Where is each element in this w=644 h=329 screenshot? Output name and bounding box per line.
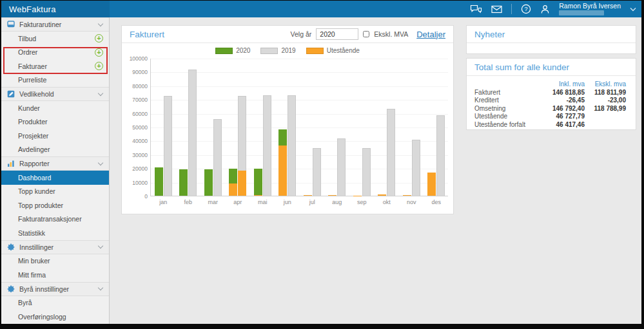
document-icon: [7, 21, 15, 28]
user-icon[interactable]: [540, 5, 550, 14]
bar-utestaende-2020: [278, 146, 287, 196]
sidebar-item-tilbud[interactable]: Tilbud+: [1, 32, 109, 46]
legend-item: 2020: [215, 47, 250, 54]
sidebar-section-rapporter[interactable]: Rapporter: [1, 156, 109, 171]
sidebar-section-fakturarutiner[interactable]: Fakturarutiner: [1, 17, 109, 32]
sidebar-item-produkter[interactable]: Produkter: [1, 115, 109, 129]
mail-icon[interactable]: [491, 5, 502, 14]
svg-text:?: ?: [525, 6, 528, 12]
y-axis-tick: 20000: [132, 165, 148, 172]
sidebar-item-topp-kunder[interactable]: Topp kunder: [1, 185, 109, 199]
sidebar-sections: FakturarutinerTilbud+Ordrer+Fakturaer+Pu…: [1, 17, 109, 324]
bar-2019: [313, 148, 321, 196]
totals-ekskl-value: [585, 121, 626, 129]
sidebar-item-label: Byrå: [18, 299, 32, 306]
brand-area: WebFaktura: [1, 1, 110, 17]
totals-inkl-value: -26,45: [537, 97, 585, 105]
bar-2019: [412, 140, 420, 196]
x-axis-tick: mar: [208, 199, 219, 205]
totals-card: Total sum for alle kunder Inkl. mvaEkskl…: [466, 58, 636, 130]
y-axis-tick: 0: [144, 193, 148, 200]
totals-column-header: Ekskl. mva: [585, 80, 626, 89]
x-axis-tick: apr: [233, 199, 242, 205]
excl-mva-checkbox[interactable]: [363, 31, 369, 37]
sidebar-item-dashboard[interactable]: Dashboard: [1, 171, 109, 185]
totals-inkl-value: 146 818,85: [537, 89, 585, 97]
sidebar-item-avdelinger[interactable]: Avdelinger: [1, 143, 109, 157]
sidebar-section-vedlikehold[interactable]: Vedlikehold: [1, 87, 109, 101]
bar-2020: [278, 129, 287, 146]
sidebar-item-fakturaer[interactable]: Fakturaer+: [1, 59, 109, 73]
help-icon[interactable]: ?: [521, 4, 531, 14]
chart-icon: [7, 160, 15, 167]
year-input[interactable]: [316, 28, 358, 40]
sidebar-item-ordrer[interactable]: Ordrer+: [1, 46, 109, 60]
add-plus-icon[interactable]: +: [95, 34, 103, 42]
x-axis-tick: des: [431, 199, 441, 205]
totals-inkl-value: 46 417,46: [537, 121, 585, 129]
sidebar-item-prosjekter[interactable]: Prosjekter: [1, 129, 109, 143]
sidebar-item-mitt-firma[interactable]: Mitt firma: [1, 268, 109, 282]
chat-icon[interactable]: [470, 5, 482, 14]
sidebar-section-byr-innstillinger[interactable]: Byrå innstillinger: [1, 282, 109, 296]
user-menu[interactable]: Ramon Byrå Iversen: [559, 3, 621, 16]
y-axis-tick: 80000: [132, 83, 148, 89]
sidebar-section-label: Byrå innstillinger: [19, 285, 94, 293]
sidebar-item-topp-produkter[interactable]: Topp produkter: [1, 198, 109, 212]
sidebar-item-overf-ringslogg[interactable]: Overføringslogg: [1, 310, 109, 324]
totals-row-label: Fakturert: [474, 89, 537, 97]
sidebar-item-byr-[interactable]: Byrå: [1, 296, 109, 310]
chart-controls: Velg år Ekskl. MVA Detaljer: [291, 28, 445, 40]
chevron-down-icon[interactable]: [630, 7, 636, 12]
totals-table: Inkl. mvaEkskl. mvaFakturert146 818,8511…: [474, 80, 628, 129]
y-axis-tick: 50000: [132, 124, 148, 131]
bar-utestaende-2020: [427, 173, 436, 196]
bar-utestaende-2020: [254, 195, 262, 196]
add-plus-icon[interactable]: +: [95, 62, 103, 70]
screenshot-frame: WebFaktura ? Ramon Byrå Iversen: [0, 0, 644, 329]
x-axis-tick: nov: [407, 199, 416, 205]
sidebar-item-purreliste[interactable]: Purreliste: [1, 73, 109, 88]
totals-ekskl-value: [585, 113, 626, 121]
sidebar-item-statistikk[interactable]: Statistikk: [1, 226, 109, 240]
gear-icon: [7, 285, 15, 293]
sidebar-section-innstillinger[interactable]: Innstillinger: [1, 240, 109, 254]
chevron-down-icon: [98, 160, 103, 165]
chart-legend: 20202019Utestående: [122, 47, 453, 54]
totals-body: Inkl. mvaEkskl. mvaFakturert146 818,8511…: [467, 76, 636, 129]
news-card: Nyheter: [466, 25, 636, 54]
totals-inkl-value: 146 792,40: [537, 105, 585, 113]
sidebar-item-label: Tilbud: [18, 35, 36, 42]
sidebar-item-fakturatransaksjoner[interactable]: Fakturatransaksjoner: [1, 212, 109, 227]
details-link[interactable]: Detaljer: [416, 30, 445, 39]
sidebar-item-label: Avdelinger: [18, 146, 50, 153]
x-axis-tick: aug: [332, 199, 342, 205]
y-axis-tick: 10000: [132, 180, 148, 186]
add-plus-icon[interactable]: +: [95, 48, 103, 57]
sidebar-section-label: Vedlikehold: [19, 90, 94, 98]
totals-ekskl-value: -23,00: [585, 97, 626, 105]
sidebar-item-kunder[interactable]: Kunder: [1, 101, 109, 115]
app-window: WebFaktura ? Ramon Byrå Iversen: [1, 1, 641, 324]
excl-mva-label: Ekskl. MVA: [374, 30, 408, 38]
bar-utestaende-2020: [304, 195, 312, 196]
sidebar-section-label: Rapporter: [19, 160, 94, 167]
bar-utestaende-2019: [238, 171, 246, 196]
year-select-label: Velg år: [291, 30, 312, 38]
chevron-down-icon: [98, 21, 103, 26]
x-axis-tick: sep: [357, 199, 367, 205]
chart-card: Fakturert Velg år Ekskl. MVA Detaljer 20…: [121, 25, 454, 214]
bar-utestaende-2020: [328, 195, 337, 196]
edit-icon: [7, 90, 15, 98]
chevron-down-icon: [98, 285, 103, 290]
bar-2019: [436, 115, 445, 196]
y-axis-tick: 40000: [132, 138, 148, 144]
news-title: Nyheter: [474, 30, 505, 39]
totals-column-header: Inkl. mva: [537, 80, 585, 89]
sidebar-item-label: Topp produkter: [18, 202, 63, 209]
bar-2020: [155, 167, 163, 196]
x-axis-tick: okt: [383, 199, 391, 205]
sidebar-item-min-bruker[interactable]: Min bruker: [1, 254, 109, 268]
topbar-actions: ? Ramon Byrå Iversen: [470, 1, 641, 17]
sidebar-item-label: Ordrer: [18, 48, 37, 56]
